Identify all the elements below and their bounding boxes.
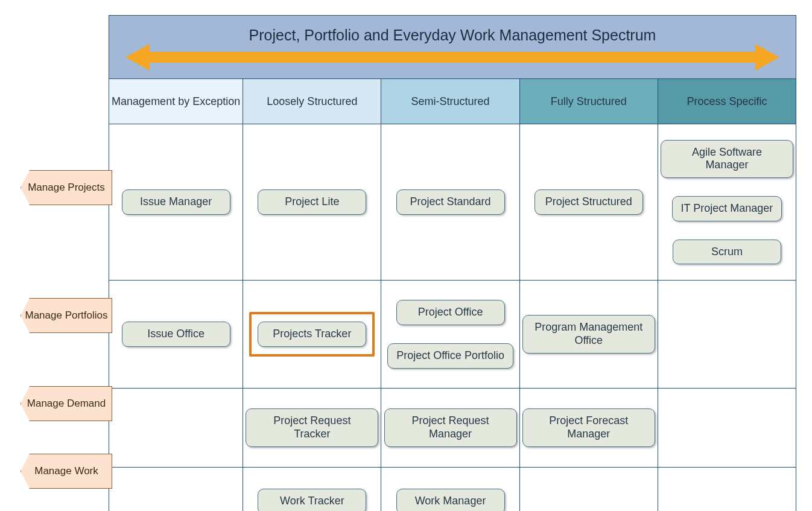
product-chip: Work Tracker	[258, 489, 366, 511]
product-chip: Project Standard	[396, 189, 505, 215]
grid-cell: Project Request Manager	[381, 389, 519, 468]
grid-cell: Project Standard	[381, 124, 519, 281]
column-header: Loosely Structured	[243, 79, 381, 124]
column-header: Process Specific	[658, 79, 796, 124]
spectrum-diagram: Project, Portfolio and Everyday Work Man…	[0, 0, 812, 511]
grid-cell: Projects Tracker	[243, 281, 381, 389]
grid-cell: Issue Office	[109, 281, 243, 389]
diagram-title: Project, Portfolio and Everyday Work Man…	[112, 27, 793, 68]
row-category-tag: Manage Demand	[21, 386, 112, 421]
product-chip: Issue Office	[122, 322, 230, 347]
chip-stack: Project OfficeProject Office Portfolio	[384, 296, 516, 372]
chip-stack: Project Standard	[384, 186, 516, 218]
product-chip: Project Office Portfolio	[387, 343, 513, 369]
highlight-frame: Projects Tracker	[249, 312, 375, 357]
product-chip: Projects Tracker	[258, 322, 366, 347]
grid-cell: Issue Manager	[109, 124, 243, 281]
product-chip: Issue Manager	[122, 189, 230, 215]
body-row: Issue ManagerProject LiteProject Standar…	[109, 124, 796, 281]
product-chip: Program Management Office	[522, 315, 655, 353]
product-chip: Work Manager	[396, 489, 505, 511]
grid-cell: Project Structured	[519, 124, 658, 281]
title-row: Project, Portfolio and Everyday Work Man…	[109, 16, 796, 79]
chip-stack: Project Lite	[246, 186, 378, 218]
row-category-tag: Manage Work	[21, 454, 112, 489]
grid-cell	[109, 468, 243, 512]
grid-cell	[658, 468, 796, 512]
grid-cell: Work Tracker	[243, 468, 381, 512]
chip-stack: Issue Office	[112, 318, 240, 351]
body-row: Work TrackerWork Manager	[109, 468, 796, 512]
grid-cell: Project Forecast Manager	[519, 389, 658, 468]
column-header: Fully Structured	[519, 79, 658, 124]
product-chip: Project Lite	[258, 189, 366, 215]
product-chip: Agile Software Manager	[661, 140, 793, 178]
row-category-tag: Manage Portfolios	[21, 298, 112, 333]
product-chip: Project Structured	[534, 189, 643, 215]
product-chip: Scrum	[673, 240, 781, 265]
column-header: Management by Exception	[109, 79, 243, 124]
column-header: Semi-Structured	[381, 79, 519, 124]
chip-stack: Project Forecast Manager	[522, 405, 655, 450]
product-chip: Project Office	[396, 300, 505, 325]
grid-cell	[109, 389, 243, 468]
chip-stack: Agile Software ManagerIT Project Manager…	[661, 136, 793, 268]
product-chip: Project Request Manager	[384, 408, 517, 446]
grid-cell: Program Management Office	[519, 281, 658, 389]
row-category-tag: Manage Projects	[21, 170, 112, 205]
product-chip: Project Forecast Manager	[522, 408, 655, 446]
chip-stack: Work Manager	[384, 485, 516, 511]
chip-stack: Project Structured	[522, 186, 655, 218]
body-row: Project Request TrackerProject Request M…	[109, 389, 796, 468]
chip-stack: Project Request Tracker	[246, 405, 378, 450]
body-row: Issue OfficeProjects TrackerProject Offi…	[109, 281, 796, 389]
grid-cell: Project OfficeProject Office Portfolio	[381, 281, 519, 389]
grid-cell	[519, 468, 658, 512]
chip-stack: Work Tracker	[246, 485, 378, 511]
product-chip: Project Request Tracker	[246, 408, 378, 446]
chip-stack: Program Management Office	[522, 311, 655, 357]
grid-cell	[658, 389, 796, 468]
product-chip: IT Project Manager	[672, 196, 782, 221]
grid-cell	[658, 281, 796, 389]
chip-stack: Project Request Manager	[384, 405, 516, 450]
grid-cell: Project Lite	[243, 124, 381, 281]
grid-cell: Work Manager	[381, 468, 519, 512]
chip-stack: Projects Tracker	[246, 312, 378, 357]
grid-cell: Agile Software ManagerIT Project Manager…	[658, 124, 796, 281]
spectrum-grid: Project, Portfolio and Everyday Work Man…	[109, 15, 796, 511]
chip-stack: Issue Manager	[112, 186, 240, 218]
column-header-row: Management by ExceptionLoosely Structure…	[109, 79, 796, 124]
diagram-title-cell: Project, Portfolio and Everyday Work Man…	[109, 16, 796, 79]
grid-cell: Project Request Tracker	[243, 389, 381, 468]
